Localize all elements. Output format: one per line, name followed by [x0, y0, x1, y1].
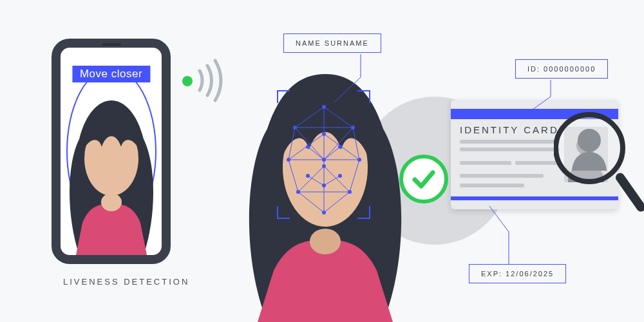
- success-check-icon: [399, 155, 448, 204]
- leader-line-exp: [0, 0, 644, 322]
- diagram-stage: Move closer LIVENESS DETECTION IDENTITY …: [0, 0, 644, 322]
